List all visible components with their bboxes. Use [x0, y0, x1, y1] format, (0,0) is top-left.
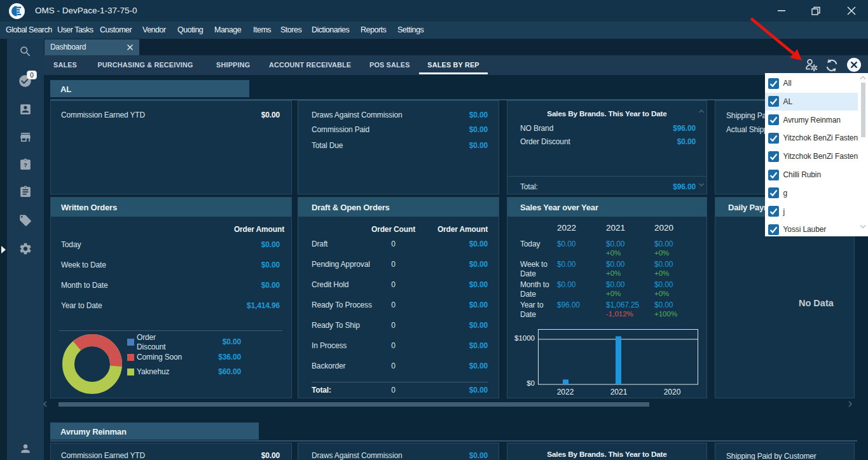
svg-text:2020: 2020 [664, 388, 681, 396]
svg-text:$1000: $1000 [514, 334, 535, 342]
svg-text:$0: $0 [527, 379, 535, 387]
svg-text:2022: 2022 [557, 388, 574, 396]
svg-text:?: ? [24, 161, 27, 168]
svg-text:2021: 2021 [610, 388, 628, 396]
